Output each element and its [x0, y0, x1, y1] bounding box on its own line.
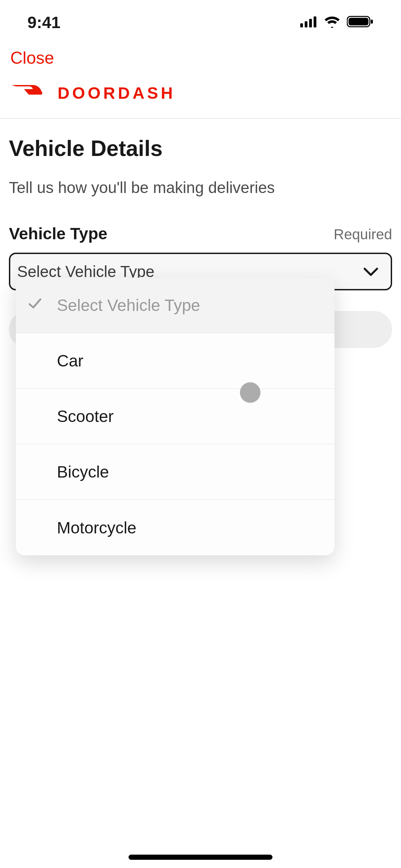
dropdown-option-label: Scooter [57, 407, 113, 426]
battery-icon [347, 15, 374, 29]
page-title: Vehicle Details [9, 136, 392, 161]
svg-rect-3 [314, 16, 316, 27]
brand-name: DOORDASH [58, 84, 175, 103]
dropdown-option-car[interactable]: Car [16, 333, 335, 389]
dropdown-option-label: Bicycle [57, 462, 109, 481]
svg-rect-0 [300, 23, 303, 27]
status-time: 9:41 [27, 13, 60, 32]
checkmark-icon [27, 296, 42, 315]
vehicle-type-label: Vehicle Type [9, 224, 107, 243]
page-subtitle: Tell us how you'll be making deliveries [9, 178, 392, 197]
required-indicator: Required [334, 226, 392, 243]
svg-rect-2 [309, 19, 312, 27]
chevron-down-icon [363, 262, 378, 281]
close-button[interactable]: Close [10, 48, 54, 68]
svg-rect-5 [349, 18, 368, 25]
dropdown-option-scooter[interactable]: Scooter [16, 389, 335, 444]
cellular-icon [300, 16, 317, 29]
touch-indicator-icon [240, 382, 260, 403]
dropdown-option-placeholder[interactable]: Select Vehicle Type [16, 278, 335, 333]
home-indicator[interactable] [129, 855, 272, 860]
doordash-logo-icon [10, 82, 48, 104]
dropdown-option-bicycle[interactable]: Bicycle [16, 444, 335, 500]
dropdown-option-label: Motorcycle [57, 518, 136, 537]
status-bar: 9:41 [0, 0, 401, 45]
status-indicators [300, 15, 374, 29]
dropdown-option-motorcycle[interactable]: Motorcycle [16, 500, 335, 555]
brand-header: DOORDASH [0, 82, 401, 118]
dropdown-option-label: Select Vehicle Type [57, 296, 200, 315]
svg-rect-1 [305, 21, 307, 27]
wifi-icon [324, 15, 341, 29]
svg-rect-6 [371, 20, 373, 24]
vehicle-type-dropdown: Select Vehicle Type Car Scooter Bicycle … [16, 278, 335, 555]
dropdown-option-label: Car [57, 351, 83, 370]
